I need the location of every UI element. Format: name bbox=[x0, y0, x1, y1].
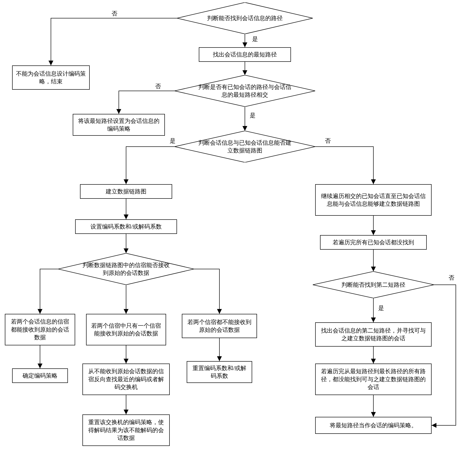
box-second-path: 找出会话信息的第二短路径，并寻找可与之建立数据链路图的会话 bbox=[315, 322, 432, 347]
box-confirm-strategy-text: 确定编码策略 bbox=[22, 372, 57, 379]
decision-second-path-text: 判断能否找到第二短路径 bbox=[339, 281, 408, 289]
decision-second-path: 判断能否找到第二短路径 bbox=[313, 272, 434, 298]
box-set-coeff: 设置编码系数和/或解码系数 bbox=[75, 219, 177, 234]
box-none-receive: 若两个信宿都不能接收到原始的会话数据 bbox=[182, 314, 257, 338]
decision-sink-receive: 判断数据链路图中的信宿能否接收到原始的会话数据 bbox=[58, 253, 194, 285]
box-reverse-find-text: 从不能收到原始会话数据的信宿反向查找最近的编码或者解码交换机 bbox=[86, 367, 166, 391]
box-find-shortest: 找出会话信息的最短路径 bbox=[199, 47, 291, 62]
box-use-shortest: 将最短路径当作会话的编码策略。 bbox=[315, 417, 432, 434]
box-build-graph-text: 建立数据链路图 bbox=[106, 187, 146, 195]
box-one-receive-text: 若两个信宿中只有一个信宿能接收到原始的会话数据 bbox=[89, 322, 163, 338]
label-d1-no: 否 bbox=[111, 10, 117, 17]
box-both-receive: 若两个会话信息的信宿都能接收到原始的会话数据 bbox=[5, 314, 75, 345]
box-reset-coeff: 重置编码系数和/或解码系数 bbox=[187, 361, 252, 383]
decision-build-graph-text: 判断会话信息与已知会话信息能否建立数据链路图 bbox=[196, 139, 294, 155]
box-confirm-strategy: 确定编码策略 bbox=[12, 368, 68, 383]
decision-find-path-text: 判断能否找到会话信息的路径 bbox=[205, 14, 285, 22]
box-reset-coeff-text: 重置编码系数和/或解码系数 bbox=[190, 364, 249, 380]
box-second-path-text: 找出会话信息的第二短路径，并寻找可与之建立数据链路图的会话 bbox=[318, 327, 428, 342]
label-d3-no: 否 bbox=[325, 137, 331, 145]
box-none-receive-text: 若两个信宿都不能接收到原始的会话数据 bbox=[185, 318, 254, 334]
box-cannot-design: 不能为会话信息设计编码策略，结束 bbox=[12, 66, 90, 90]
box-traverse-text: 继续遍历相交的已知会话直至已知会话信息能与会话信息能够建立数据链路图 bbox=[318, 192, 428, 208]
label-d3-yes: 是 bbox=[170, 137, 176, 145]
box-one-receive: 若两个信宿中只有一个信宿能接收到原始的会话数据 bbox=[86, 314, 166, 345]
box-find-shortest-text: 找出会话信息的最短路径 bbox=[213, 51, 277, 58]
box-build-graph: 建立数据链路图 bbox=[80, 184, 172, 199]
box-both-receive-text: 若两个会话信息的信宿都能接收到原始的会话数据 bbox=[8, 318, 72, 341]
box-set-shortest-strategy-text: 将该最短路径设置为会话信息的编码策略 bbox=[76, 117, 161, 133]
box-all-traversed-text: 若遍历完从最短路径到最长路径的所有路径，都没能找到可与之建立数据链路图的会话 bbox=[318, 367, 428, 391]
decision-sink-receive-text: 判断数据链路图中的信宿能否接收到原始的会话数据 bbox=[79, 261, 174, 277]
box-not-found: 若遍历完所有已知会话都没找到 bbox=[320, 235, 427, 250]
box-cannot-design-text: 不能为会话信息设计编码策略，结束 bbox=[16, 70, 86, 85]
label-d2-no: 否 bbox=[155, 82, 161, 90]
box-reset-switch: 重置该交换机的编码策略，使得解码结果为该不能解码的会话数据 bbox=[82, 414, 170, 446]
decision-build-graph: 判断会话信息与已知会话信息能否建立数据链路图 bbox=[175, 131, 315, 162]
box-reset-switch-text: 重置该交换机的编码策略，使得解码结果为该不能解码的会话数据 bbox=[86, 418, 166, 442]
box-traverse: 继续遍历相交的已知会话直至已知会话信息能与会话信息能够建立数据链路图 bbox=[315, 184, 432, 216]
label-d5-yes: 是 bbox=[378, 304, 384, 312]
box-set-coeff-text: 设置编码系数和/或解码系数 bbox=[90, 223, 162, 231]
box-set-shortest-strategy: 将该最短路径设置为会话信息的编码策略 bbox=[73, 114, 165, 136]
box-use-shortest-text: 将最短路径当作会话的编码策略。 bbox=[330, 422, 417, 429]
decision-find-path: 判断能否找到会话信息的路径 bbox=[177, 2, 313, 34]
label-d2-yes: 是 bbox=[250, 112, 256, 119]
label-d5-no: 否 bbox=[449, 274, 454, 282]
box-reverse-find: 从不能收到原始会话数据的信宿反向查找最近的编码或者解码交换机 bbox=[82, 364, 170, 395]
decision-known-intersect: 判断是否有已知会话的路径与会话信息的最短路径相交 bbox=[175, 75, 315, 107]
decision-known-intersect-text: 判断是否有已知会话的路径与会话信息的最短路径相交 bbox=[196, 83, 294, 99]
box-not-found-text: 若遍历完所有已知会话都没找到 bbox=[333, 238, 414, 246]
label-d1-yes: 是 bbox=[252, 35, 258, 43]
box-all-traversed: 若遍历完从最短路径到最长路径的所有路径，都没能找到可与之建立数据链路图的会话 bbox=[315, 364, 432, 395]
